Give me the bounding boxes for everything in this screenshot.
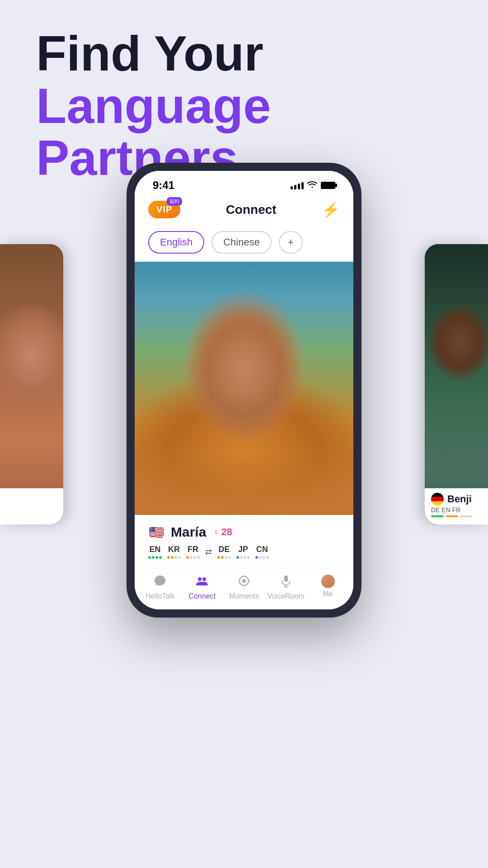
battery-icon: [321, 182, 335, 189]
lang-skill-fr: FR: [186, 545, 200, 559]
gender-symbol: ♀: [212, 527, 219, 538]
phone-frame: 9:41: [127, 163, 361, 618]
nav-moments[interactable]: Moments: [223, 575, 265, 600]
mic-icon: [280, 575, 292, 590]
lang-skill-kr: KR: [167, 545, 181, 559]
language-tabs: English Chinese +: [135, 226, 353, 262]
lang-skill-de: DE: [217, 545, 231, 559]
vip-sub-label: 福利: [167, 197, 182, 206]
status-bar: 9:41: [135, 171, 353, 196]
tab-add[interactable]: +: [279, 231, 303, 254]
left-profile-info: [0, 488, 63, 524]
headline-line1: Find Your: [36, 27, 452, 80]
phone-mockup: 9:41: [127, 163, 361, 618]
lang-skill-en: EN: [148, 545, 162, 559]
nav-voiceroom[interactable]: VoiceRoom: [265, 575, 307, 600]
lang-skill-cn: CN: [255, 545, 269, 559]
svg-point-0: [198, 577, 202, 581]
left-profile-image: [0, 244, 63, 524]
moments-icon: [238, 575, 250, 590]
lightning-icon[interactable]: ⚡: [322, 201, 340, 218]
nav-voiceroom-label: VoiceRoom: [267, 592, 305, 600]
profile-flag: 🇺🇸: [148, 524, 164, 540]
connect-icon: [196, 575, 208, 590]
profile-image: [135, 262, 353, 515]
profile-age: 28: [221, 526, 232, 538]
nav-connect-label: Connect: [188, 592, 216, 600]
phone-screen: 9:41: [135, 171, 353, 609]
signal-icon: [291, 181, 304, 189]
chat-icon: [154, 575, 166, 590]
right-profile-image: [425, 244, 488, 524]
language-skills: EN KR: [148, 545, 340, 559]
nav-me[interactable]: Me: [307, 575, 349, 600]
profile-name-row: 🇺🇸 María ♀ 28: [148, 524, 340, 540]
nav-hellotalk-label: HelloTalk: [145, 592, 175, 600]
profile-name: María: [171, 524, 206, 540]
profile-card[interactable]: 🇺🇸 María ♀ 28 EN: [135, 262, 353, 568]
tab-chinese[interactable]: Chinese: [211, 231, 272, 254]
headline-line2: Language: [36, 80, 452, 132]
nav-me-label: Me: [323, 590, 333, 598]
bottom-nav: HelloTalk Connect: [135, 568, 353, 609]
profile-info: 🇺🇸 María ♀ 28 EN: [135, 515, 353, 568]
right-profile-flag: [431, 493, 444, 505]
nav-hellotalk[interactable]: HelloTalk: [139, 575, 181, 600]
profile-gender-age: ♀ 28: [212, 526, 232, 538]
svg-rect-5: [284, 576, 288, 582]
right-profile-info: Benji DE EN FR: [425, 488, 488, 524]
app-title: Connect: [226, 203, 277, 217]
headline: Find Your Language Partners: [36, 27, 452, 184]
left-profile-card[interactable]: [0, 244, 63, 524]
tab-english[interactable]: English: [148, 231, 204, 254]
right-profile-card[interactable]: Benji DE EN FR: [425, 244, 488, 524]
nav-moments-label: Moments: [229, 592, 259, 600]
status-icons: [291, 181, 335, 190]
right-profile-name: Benji: [447, 493, 472, 505]
svg-point-2: [242, 579, 246, 583]
vip-badge[interactable]: 福利 VIP: [148, 201, 180, 218]
avatar-icon: [321, 575, 335, 588]
status-time: 9:41: [153, 179, 174, 192]
vip-label: VIP: [156, 204, 172, 215]
svg-point-1: [202, 577, 206, 581]
right-profile-languages: DE EN FR: [431, 506, 482, 514]
language-separator: ⇄: [205, 547, 212, 557]
nav-connect[interactable]: Connect: [181, 575, 223, 600]
lang-skill-jp: JP: [236, 545, 250, 559]
wifi-icon: [307, 181, 317, 190]
app-header: 福利 VIP Connect ⚡: [135, 196, 353, 226]
